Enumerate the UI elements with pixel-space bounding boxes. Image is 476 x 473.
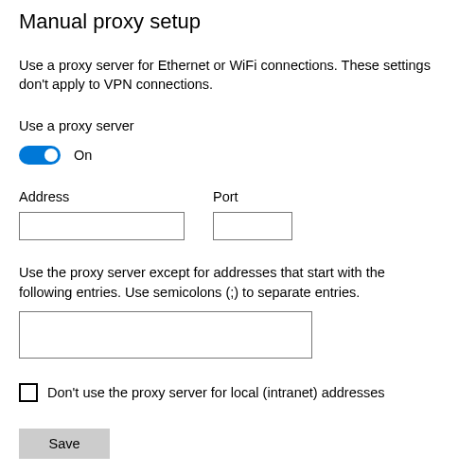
port-input[interactable] [213, 212, 292, 240]
local-bypass-checkbox[interactable] [19, 383, 38, 402]
proxy-toggle[interactable] [19, 146, 61, 165]
toggle-label: Use a proxy server [19, 116, 457, 135]
proxy-description: Use a proxy server for Ethernet or WiFi … [19, 56, 454, 95]
page-title: Manual proxy setup [19, 8, 457, 37]
address-input[interactable] [19, 212, 185, 240]
port-label: Port [213, 187, 292, 206]
exceptions-input[interactable] [19, 311, 312, 359]
toggle-state-text: On [74, 146, 92, 165]
toggle-knob [44, 149, 58, 162]
exceptions-description: Use the proxy server except for addresse… [19, 263, 435, 302]
save-button[interactable]: Save [19, 429, 110, 459]
local-bypass-label: Don't use the proxy server for local (in… [47, 383, 385, 402]
address-label: Address [19, 187, 185, 206]
